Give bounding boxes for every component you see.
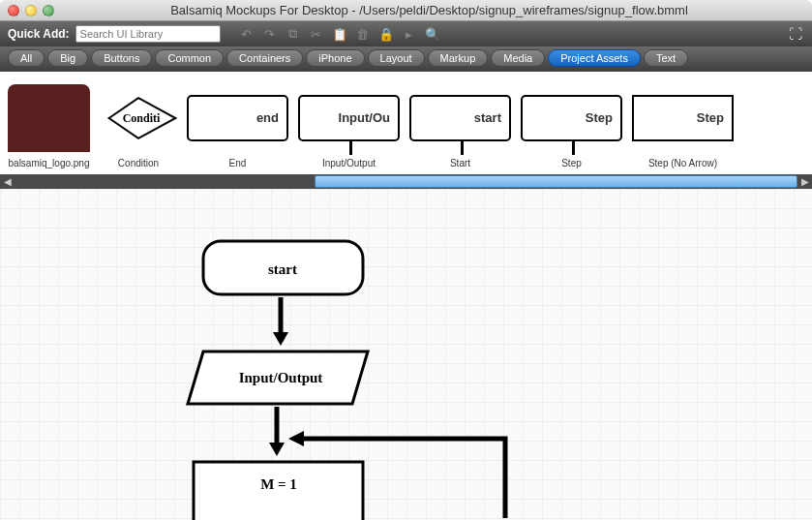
quick-add-label: Quick Add: bbox=[8, 27, 70, 41]
library-item-step-noarrow[interactable]: Step Step (No Arrow) bbox=[632, 81, 734, 168]
forward-icon[interactable]: ▸ bbox=[399, 25, 420, 43]
tab-project-assets[interactable]: Project Assets bbox=[548, 49, 641, 67]
step-shape-icon: Step bbox=[521, 95, 622, 141]
step-noarrow-shape-icon: Step bbox=[632, 95, 734, 141]
toolbar: Quick Add: ↶ ↷ ⧉ ✂ 📋 🗑 🔒 ▸ 🔍 ⛶ bbox=[0, 21, 812, 46]
lock-icon[interactable]: 🔒 bbox=[376, 25, 397, 43]
scroll-track[interactable] bbox=[15, 175, 797, 188]
cut-icon[interactable]: ✂ bbox=[306, 25, 327, 43]
zoom-icon[interactable]: 🔍 bbox=[422, 25, 443, 43]
tab-media[interactable]: Media bbox=[491, 49, 545, 67]
library-item-step[interactable]: Step Step bbox=[521, 81, 622, 168]
window-controls bbox=[8, 5, 54, 16]
close-button[interactable] bbox=[8, 5, 19, 16]
category-tabs: All Big Buttons Common Containers iPhone… bbox=[0, 46, 812, 72]
tab-text[interactable]: Text bbox=[644, 49, 688, 67]
library-item-start[interactable]: start Start bbox=[409, 81, 511, 168]
zoom-button[interactable] bbox=[43, 5, 54, 16]
delete-icon[interactable]: 🗑 bbox=[352, 25, 374, 43]
svg-text:Conditi: Conditi bbox=[123, 111, 161, 125]
flowchart: start Input/Output M = 1 bbox=[0, 189, 812, 520]
search-input[interactable] bbox=[75, 25, 221, 43]
library-item-label: Start bbox=[409, 158, 511, 168]
library-item-label: Condition bbox=[100, 158, 177, 168]
toolbar-icons: ↶ ↷ ⧉ ✂ 📋 🗑 🔒 ▸ 🔍 bbox=[236, 25, 443, 43]
tab-common[interactable]: Common bbox=[155, 49, 224, 67]
tab-layout[interactable]: Layout bbox=[368, 49, 425, 67]
tab-containers[interactable]: Containers bbox=[226, 49, 303, 67]
arrowhead-icon bbox=[269, 443, 285, 456]
scroll-left-icon[interactable]: ◀ bbox=[0, 174, 15, 189]
arrowhead-icon bbox=[288, 431, 304, 446]
library-scrollbar[interactable]: ◀ ▶ bbox=[0, 174, 812, 189]
undo-icon[interactable]: ↶ bbox=[236, 25, 257, 43]
tab-markup[interactable]: Markup bbox=[428, 49, 489, 67]
library-item-label: Step (No Arrow) bbox=[632, 158, 734, 168]
start-node-label: start bbox=[268, 261, 297, 277]
titlebar: Balsamiq Mockups For Desktop - /Users/pe… bbox=[0, 0, 812, 21]
tab-all[interactable]: All bbox=[8, 49, 45, 67]
library-item-logo[interactable]: balsamiq_logo.png bbox=[8, 81, 90, 168]
canvas[interactable]: start Input/Output M = 1 bbox=[0, 189, 812, 520]
library-item-io[interactable]: Input/Ou Input/Output bbox=[298, 81, 400, 168]
scroll-right-icon[interactable]: ▶ bbox=[797, 174, 812, 189]
end-shape-icon: end bbox=[187, 95, 288, 141]
scroll-thumb[interactable] bbox=[315, 175, 797, 188]
library-item-label: Input/Output bbox=[298, 158, 400, 168]
start-shape-icon: start bbox=[409, 95, 511, 141]
library-item-label: Step bbox=[521, 158, 622, 168]
copy-icon[interactable]: ⧉ bbox=[283, 25, 304, 43]
library-panel: balsamiq_logo.png Conditi Condition end … bbox=[0, 72, 812, 174]
minimize-button[interactable] bbox=[25, 5, 37, 16]
library-item-condition[interactable]: Conditi Condition bbox=[100, 81, 177, 168]
tab-iphone[interactable]: iPhone bbox=[306, 49, 364, 67]
window-title: Balsamiq Mockups For Desktop - /Users/pe… bbox=[54, 3, 804, 17]
logo-thumbnail bbox=[8, 84, 90, 152]
paste-icon[interactable]: 📋 bbox=[329, 25, 350, 43]
arrowhead-icon bbox=[273, 332, 288, 346]
tab-big[interactable]: Big bbox=[47, 49, 88, 67]
io-node-label: Input/Output bbox=[239, 370, 323, 385]
app-window: Balsamiq Mockups For Desktop - /Users/pe… bbox=[0, 0, 812, 520]
tab-buttons[interactable]: Buttons bbox=[91, 49, 152, 67]
io-shape-icon: Input/Ou bbox=[298, 95, 400, 141]
step-node-line: M = 1 bbox=[260, 476, 297, 492]
redo-icon[interactable]: ↷ bbox=[259, 25, 281, 43]
library-item-label: End bbox=[187, 158, 288, 168]
library-item-end[interactable]: end End bbox=[187, 81, 288, 168]
condition-shape-icon: Conditi bbox=[100, 94, 177, 142]
fullscreen-icon[interactable]: ⛶ bbox=[787, 25, 804, 43]
library-item-label: balsamiq_logo.png bbox=[8, 158, 90, 168]
